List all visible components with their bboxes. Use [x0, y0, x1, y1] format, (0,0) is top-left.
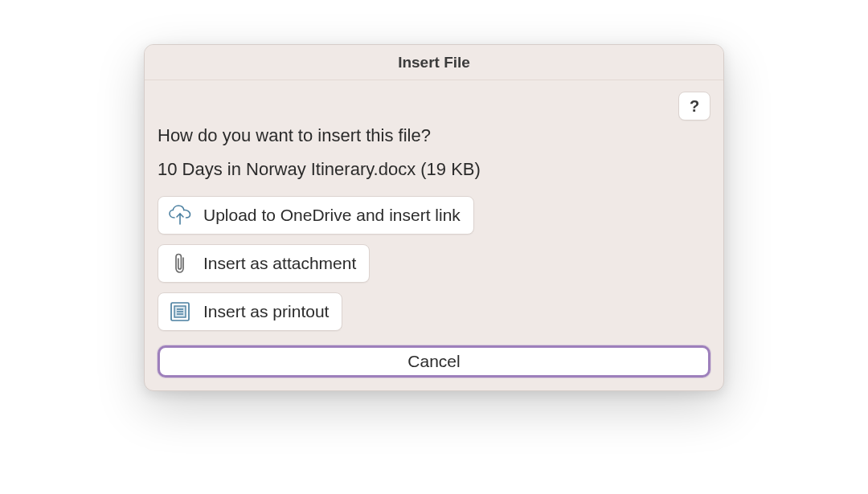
upload-onedrive-label: Upload to OneDrive and insert link: [203, 206, 461, 225]
help-button[interactable]: ?: [678, 92, 710, 120]
file-info: 10 Days in Norway Itinerary.docx (19 KB): [158, 159, 710, 180]
insert-attachment-label: Insert as attachment: [203, 254, 356, 273]
dialog-titlebar: Insert File: [145, 45, 723, 80]
insert-printout-button[interactable]: Insert as printout: [158, 292, 342, 331]
options-list: Upload to OneDrive and insert link Inser…: [158, 196, 710, 331]
prompt-text: How do you want to insert this file?: [158, 125, 710, 146]
paperclip-icon: [168, 251, 192, 276]
cancel-label: Cancel: [407, 352, 460, 371]
cloud-upload-icon: [168, 203, 192, 227]
cancel-button[interactable]: Cancel: [158, 345, 710, 378]
dialog-title: Insert File: [398, 54, 470, 71]
insert-attachment-button[interactable]: Insert as attachment: [158, 244, 370, 283]
help-icon-label: ?: [690, 97, 699, 116]
cancel-row: Cancel: [158, 345, 710, 378]
insert-printout-label: Insert as printout: [203, 302, 329, 321]
dialog-body: ? How do you want to insert this file? 1…: [145, 80, 723, 390]
upload-onedrive-button[interactable]: Upload to OneDrive and insert link: [158, 196, 474, 235]
insert-file-dialog: Insert File ? How do you want to insert …: [144, 44, 724, 391]
help-row: ?: [158, 92, 710, 120]
printout-icon: [168, 300, 192, 324]
